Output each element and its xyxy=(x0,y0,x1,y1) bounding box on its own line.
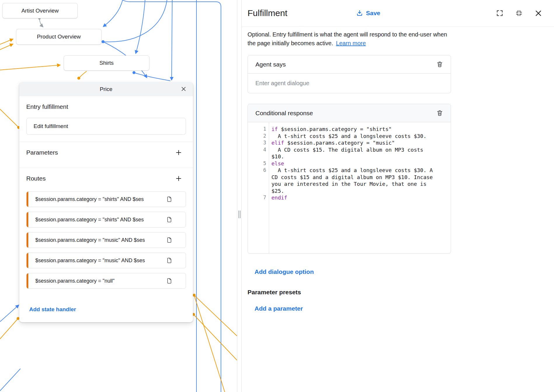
add-dialogue-option-link[interactable]: Add dialogue option xyxy=(255,268,314,275)
learn-more-link[interactable]: Learn more xyxy=(336,40,366,46)
agent-says-card: Agent says xyxy=(248,55,451,93)
price-card-header: Price xyxy=(19,82,193,96)
document-icon[interactable] xyxy=(166,237,172,243)
conditional-response-card: Conditional response 1 if $session.param… xyxy=(248,104,451,254)
node-label: Artist Overview xyxy=(21,8,59,14)
save-button[interactable]: Save xyxy=(356,10,380,17)
price-card-body: Entry fulfillment Edit fulfillment Param… xyxy=(19,96,193,313)
conditional-response-title: Conditional response xyxy=(255,110,313,117)
add-a-parameter-link[interactable]: Add a parameter xyxy=(255,305,303,312)
price-card-title: Price xyxy=(100,86,112,92)
node-artist-overview[interactable]: Artist Overview xyxy=(2,3,78,18)
code-line: 7 endif xyxy=(248,194,451,201)
code-line-number: 5 xyxy=(248,160,269,167)
code-line: 6 A t-shirt costs $25 and a longsleeve c… xyxy=(248,167,451,194)
price-page-card[interactable]: Price Entry fulfillment Edit fulfillment… xyxy=(19,82,193,322)
fulfillment-panel: Fulfillment Save Optional. Entry fulfill… xyxy=(242,0,554,392)
edit-fulfillment-button[interactable]: Edit fulfillment xyxy=(26,118,186,135)
code-line-number: 6 xyxy=(248,167,269,174)
document-icon[interactable] xyxy=(166,196,172,202)
code-line-text: elif $session.params.category = "music" xyxy=(269,139,436,146)
code-line: 5 else xyxy=(248,160,451,167)
node-label: Shirts xyxy=(100,60,114,66)
code-line-number: 7 xyxy=(248,194,269,201)
panel-resize-splitter[interactable] xyxy=(237,0,242,392)
agent-says-card-header: Agent says xyxy=(248,55,451,74)
code-line-text: A CD costs $15. The digital album on MP3… xyxy=(269,146,436,160)
fulfillment-panel-header: Fulfillment Save xyxy=(242,0,554,27)
expand-fullscreen-icon[interactable] xyxy=(496,9,504,17)
route-condition-row[interactable]: $session.params.category = "shirts" AND … xyxy=(26,191,186,207)
add-parameter-plus-icon[interactable] xyxy=(175,149,182,156)
save-icon xyxy=(356,10,363,17)
routes-list: $session.params.category = "shirts" AND … xyxy=(26,191,186,289)
close-icon[interactable] xyxy=(181,86,187,92)
trash-icon[interactable] xyxy=(436,110,443,116)
panel-description: Optional. Entry fulfillment is what the … xyxy=(248,30,450,48)
route-condition-row[interactable]: $session.params.category = "shirts" AND … xyxy=(26,212,186,228)
code-line: 1 if $session.params.category = "shirts" xyxy=(248,126,451,133)
fulfillment-panel-body: Optional. Entry fulfillment is what the … xyxy=(242,30,554,312)
code-line: 4 A CD costs $15. The digital album on M… xyxy=(248,146,451,160)
panel-title: Fulfillment xyxy=(248,8,288,18)
save-label: Save xyxy=(366,10,380,17)
code-line-text: else xyxy=(269,160,436,167)
entry-fulfillment-heading: Entry fulfillment xyxy=(26,103,186,110)
node-product-overview[interactable]: Product Overview xyxy=(16,29,102,45)
code-editor[interactable]: 1 if $session.params.category = "shirts"… xyxy=(248,122,451,253)
code-line-text: A t-shirt costs $25 and a longsleeve cos… xyxy=(269,167,436,194)
divider xyxy=(19,168,193,168)
document-icon[interactable] xyxy=(166,216,172,223)
route-condition-text: $session.params.category = "music" AND $… xyxy=(35,237,163,243)
collapse-fullscreen-icon[interactable] xyxy=(515,9,523,17)
route-condition-text: $session.params.category = "null" xyxy=(35,278,163,284)
flow-canvas[interactable]: Artist Overview Product Overview Shirts … xyxy=(0,0,237,392)
code-line-number: 3 xyxy=(248,139,269,146)
code-line: 2 A t-shirt costs $25 and a longsleeve c… xyxy=(248,133,451,140)
parameters-heading: Parameters xyxy=(26,149,58,156)
agent-dialogue-input[interactable] xyxy=(255,80,443,87)
splitter-grip-icon[interactable] xyxy=(238,211,241,218)
divider xyxy=(19,142,193,142)
routes-heading: Routes xyxy=(26,175,46,182)
trash-icon[interactable] xyxy=(436,61,443,68)
node-shirts[interactable]: Shirts xyxy=(64,55,149,71)
code-line-text: A t-shirt costs $25 and a longsleeve cos… xyxy=(269,133,436,140)
dialogflow-page-editor: Artist Overview Product Overview Shirts … xyxy=(0,0,554,392)
code-line-number: 4 xyxy=(248,146,269,153)
add-route-plus-icon[interactable] xyxy=(175,175,182,182)
node-label: Product Overview xyxy=(37,34,81,40)
route-condition-row[interactable]: $session.params.category = "music" AND $… xyxy=(26,253,186,268)
edit-fulfillment-label: Edit fulfillment xyxy=(34,123,68,130)
conditional-response-card-header: Conditional response xyxy=(248,104,451,122)
code-line-number: 1 xyxy=(248,126,269,133)
add-state-handler-link[interactable]: Add state handler xyxy=(29,306,76,313)
code-line-text: endif xyxy=(269,194,436,201)
document-icon[interactable] xyxy=(166,278,172,284)
route-condition-row[interactable]: $session.params.category = "null" xyxy=(26,273,186,289)
close-icon[interactable] xyxy=(534,9,542,17)
agent-says-card-body xyxy=(248,74,451,93)
route-condition-text: $session.params.category = "shirts" AND … xyxy=(35,217,163,223)
route-condition-row[interactable]: $session.params.category = "music" AND $… xyxy=(26,232,186,248)
parameter-presets-heading: Parameter presets xyxy=(248,289,554,296)
route-condition-text: $session.params.category = "shirts" AND … xyxy=(35,196,163,202)
code-line-text: if $session.params.category = "shirts" xyxy=(269,126,436,133)
code-line: 3 elif $session.params.category = "music… xyxy=(248,139,451,146)
route-condition-text: $session.params.category = "music" AND $… xyxy=(35,258,163,264)
code-line-number: 2 xyxy=(248,133,269,140)
agent-says-title: Agent says xyxy=(255,61,286,68)
document-icon[interactable] xyxy=(166,257,172,264)
